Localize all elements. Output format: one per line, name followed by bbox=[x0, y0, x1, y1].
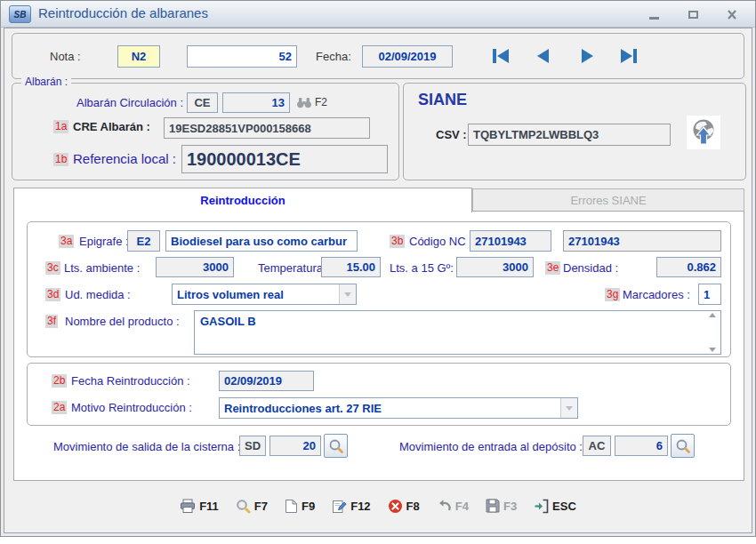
albaran-circulacion-label: Albarán Circulación : bbox=[20, 96, 183, 109]
albaran-group-label: Albarán : bbox=[21, 76, 71, 88]
nota-label: Nota : bbox=[50, 50, 81, 63]
referencia-local-field[interactable]: 190000013CE bbox=[181, 145, 388, 173]
nota-number-field[interactable]: 52 bbox=[187, 45, 297, 68]
epigrafe-code-field[interactable]: E2 bbox=[127, 230, 160, 252]
f2-shortcut-label: F2 bbox=[315, 96, 327, 108]
nombre-producto-textarea[interactable]: GASOIL B bbox=[194, 310, 721, 355]
fecha-reintroduccion-field[interactable]: 02/09/2019 bbox=[219, 371, 314, 391]
tag-2a: 2a bbox=[52, 401, 67, 414]
search-icon bbox=[328, 438, 344, 454]
cre-albaran-field[interactable]: 19ESD28851VP000158668 bbox=[164, 117, 370, 139]
siane-upload-button[interactable] bbox=[687, 116, 720, 149]
save-icon bbox=[486, 499, 500, 513]
close-button[interactable] bbox=[720, 7, 744, 22]
minimize-icon bbox=[649, 17, 659, 20]
save-button: F3 bbox=[483, 497, 519, 515]
codigo-nc-field-2[interactable]: 27101943 bbox=[563, 230, 721, 252]
maximize-button[interactable] bbox=[680, 7, 705, 22]
densidad-label: Densidad : bbox=[563, 261, 618, 275]
tag-3b: 3b bbox=[390, 235, 405, 248]
app-logo-icon: SB bbox=[9, 5, 31, 23]
movimiento-salida-numero-field[interactable]: 20 bbox=[269, 436, 321, 456]
undo-button: F4 bbox=[434, 497, 471, 515]
close-icon bbox=[727, 10, 737, 20]
codigo-nc-field[interactable]: 27101943 bbox=[470, 230, 551, 252]
scroll-down-icon[interactable] bbox=[709, 348, 716, 352]
exit-label: ESC bbox=[552, 500, 576, 513]
lts-15-label: Lts. a 15 Gº: bbox=[390, 261, 454, 275]
exit-button[interactable]: ESC bbox=[531, 497, 579, 516]
tab-errores-siane-label: Errores SIANE bbox=[570, 194, 646, 207]
densidad-field[interactable]: 0.862 bbox=[656, 257, 721, 277]
binoculars-icon[interactable] bbox=[296, 96, 312, 112]
temperatura-field[interactable]: 15.00 bbox=[321, 257, 381, 277]
csv-field[interactable]: TQBYLTMP2LWBBLQ3 bbox=[468, 124, 671, 146]
lts-ambiente-field[interactable]: 3000 bbox=[156, 257, 234, 277]
undo-icon bbox=[437, 499, 452, 513]
codigo-nc-label: Código NC : bbox=[409, 235, 472, 248]
title-bar: SB Reintroducción de albaranes bbox=[1, 1, 755, 28]
movimiento-salida-serie-field[interactable]: SD bbox=[239, 436, 266, 456]
temperatura-label: Temperatura : bbox=[258, 261, 329, 275]
search-label: F7 bbox=[254, 500, 268, 513]
textarea-scrollbar[interactable] bbox=[706, 313, 719, 352]
edit-label: F12 bbox=[350, 500, 370, 513]
motivo-reintroduccion-label: Motivo Reintroducción : bbox=[71, 401, 192, 414]
producto-panel: 3a Epigrafe : E2 Biodiesel para uso como… bbox=[27, 221, 731, 357]
cancel-button[interactable]: F8 bbox=[385, 497, 422, 516]
marcadores-label: Marcadores : bbox=[623, 288, 690, 301]
nota-serie-field[interactable]: N2 bbox=[117, 45, 160, 68]
tab-reintroduccion[interactable]: Reintroducción bbox=[13, 188, 472, 212]
movimiento-entrada-numero-field[interactable]: 6 bbox=[615, 436, 668, 456]
globe-upload-icon bbox=[688, 117, 719, 148]
first-record-button[interactable] bbox=[489, 47, 512, 67]
search-button[interactable]: F7 bbox=[233, 497, 270, 516]
print-button[interactable]: F11 bbox=[177, 497, 221, 516]
previous-record-button[interactable] bbox=[532, 47, 555, 67]
movimiento-entrada-label: Movimiento de entrada al depósito : bbox=[399, 440, 583, 453]
ud-medida-dropdown[interactable]: Litros volumen real bbox=[172, 284, 357, 305]
fecha-reintroduccion-label: Fecha Reintroducción : bbox=[71, 374, 190, 388]
first-record-icon bbox=[490, 47, 511, 65]
function-key-toolbar: F11 F7 F9 F12 F8 F4 F3 ESC bbox=[1, 490, 755, 522]
circulacion-serie-field[interactable]: CE bbox=[187, 92, 218, 113]
fecha-label: Fecha: bbox=[316, 50, 351, 63]
printer-icon bbox=[180, 499, 196, 514]
new-label: F9 bbox=[302, 500, 315, 513]
search-icon bbox=[675, 438, 691, 454]
exit-icon bbox=[534, 499, 549, 514]
cancel-icon bbox=[388, 499, 403, 514]
new-button[interactable]: F9 bbox=[282, 497, 318, 516]
chevron-down-icon[interactable] bbox=[560, 398, 577, 418]
application-window: SB Reintroducción de albaranes Nota : N2… bbox=[0, 0, 756, 537]
reintroduccion-panel: 2b Fecha Reintroducción : 02/09/2019 2a … bbox=[27, 363, 731, 426]
scroll-up-icon[interactable] bbox=[709, 313, 716, 317]
marcadores-field[interactable]: 1 bbox=[698, 284, 721, 305]
movimiento-entrada-serie-field[interactable]: AC bbox=[583, 436, 611, 456]
cancel-label: F8 bbox=[406, 500, 420, 513]
next-record-button[interactable] bbox=[575, 47, 599, 67]
lts-15-field[interactable]: 3000 bbox=[456, 257, 534, 277]
ud-medida-label: Ud. medida : bbox=[65, 288, 131, 301]
cre-albaran-label: CRE Albarán : bbox=[73, 120, 150, 133]
movimiento-salida-label: Movimiento de salida de la cisterna : bbox=[53, 440, 240, 453]
chevron-down-icon[interactable] bbox=[339, 284, 356, 304]
edit-button[interactable]: F12 bbox=[329, 497, 373, 516]
minimize-button[interactable] bbox=[641, 7, 666, 22]
tag-3a: 3a bbox=[59, 235, 74, 248]
window-controls bbox=[641, 7, 744, 22]
print-label: F11 bbox=[199, 500, 219, 513]
new-document-icon bbox=[285, 499, 298, 514]
last-record-button[interactable] bbox=[617, 47, 640, 67]
tab-errores-siane[interactable]: Errores SIANE bbox=[472, 188, 744, 212]
buscar-movimiento-salida-button[interactable] bbox=[324, 434, 348, 458]
save-label: F3 bbox=[503, 500, 517, 513]
epigrafe-desc-field[interactable]: Biodiesel para uso como carbur bbox=[165, 230, 358, 252]
fecha-field[interactable]: 02/09/2019 bbox=[362, 45, 453, 68]
referencia-local-label: Referencia local : bbox=[73, 151, 176, 166]
tab-content: 3a Epigrafe : E2 Biodiesel para uso como… bbox=[13, 211, 744, 481]
circulacion-numero-field[interactable]: 13 bbox=[222, 92, 290, 113]
siane-group: SIANE CSV : TQBYLTMP2LWBBLQ3 bbox=[403, 83, 746, 180]
motivo-reintroduccion-dropdown[interactable]: Reintroducciones art. 27 RIE bbox=[219, 397, 578, 419]
buscar-movimiento-entrada-button[interactable] bbox=[671, 434, 695, 458]
